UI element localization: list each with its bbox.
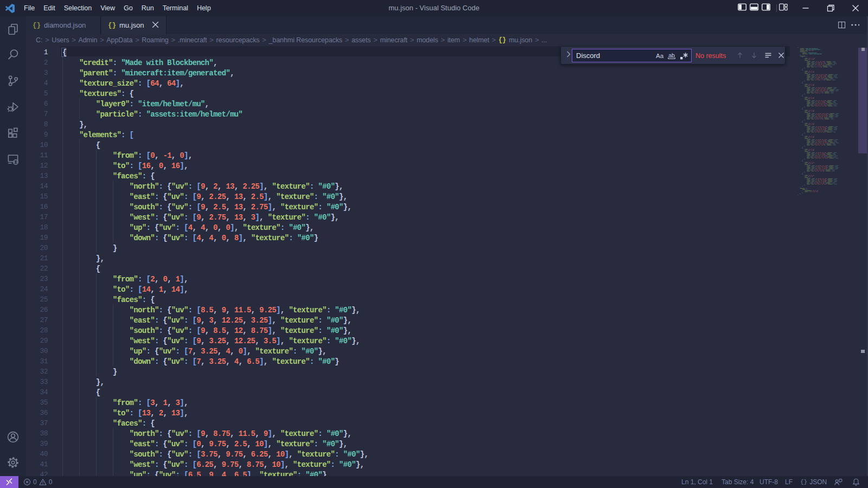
svg-text:ab: ab — [668, 52, 675, 58]
svg-text:Aa: Aa — [656, 53, 664, 59]
